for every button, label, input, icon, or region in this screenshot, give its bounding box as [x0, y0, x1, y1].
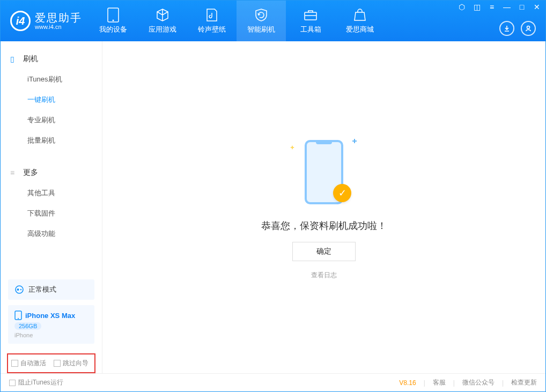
menu-icon[interactable]: ≡: [488, 3, 496, 11]
lock-icon[interactable]: ◫: [473, 3, 481, 11]
nav-store[interactable]: 爱思商城: [335, 1, 385, 41]
device-capacity: 256GB: [14, 322, 41, 330]
app-url: www.i4.cn: [35, 24, 82, 30]
option-label: 阻止iTunes运行: [18, 378, 63, 387]
option-auto-activate[interactable]: 自动激活: [11, 359, 46, 368]
nav-label: 应用游戏: [149, 25, 176, 34]
nav-label: 工具箱: [300, 25, 321, 34]
svg-point-4: [16, 286, 23, 293]
mode-icon: [14, 285, 24, 294]
minimize-button[interactable]: —: [503, 3, 511, 11]
sidebar: ▯ 刷机 iTunes刷机 一键刷机 专业刷机 批量刷机 ≡ 更多 其他工具 下…: [1, 41, 102, 373]
sidebar-item-batch-flash[interactable]: 批量刷机: [1, 130, 102, 151]
download-button[interactable]: [499, 21, 514, 36]
body: ▯ 刷机 iTunes刷机 一键刷机 专业刷机 批量刷机 ≡ 更多 其他工具 下…: [1, 41, 545, 373]
toolbox-icon: [303, 8, 318, 23]
sidebar-item-pro-flash[interactable]: 专业刷机: [1, 110, 102, 130]
nav-toolbox[interactable]: 工具箱: [286, 1, 335, 41]
app-name: 爱思助手: [35, 12, 82, 24]
music-file-icon: [204, 8, 219, 23]
device-icon: [106, 8, 121, 23]
header-actions: [499, 21, 536, 36]
sidebar-heading-label: 更多: [23, 168, 38, 177]
svg-rect-2: [305, 12, 316, 20]
success-message: 恭喜您，保资料刷机成功啦！: [261, 219, 387, 232]
sidebar-item-itunes-flash[interactable]: iTunes刷机: [1, 69, 102, 90]
svg-point-8: [18, 318, 19, 319]
bag-icon: [352, 8, 367, 23]
shirt-icon[interactable]: ⬡: [458, 3, 466, 11]
device-info[interactable]: iPhone XS Max 256GB iPhone: [8, 305, 94, 344]
svg-point-1: [113, 20, 114, 21]
sidebar-heading: ▯ 刷机: [1, 51, 102, 67]
block-itunes-option[interactable]: 阻止iTunes运行: [9, 378, 63, 387]
logo-icon: i4: [10, 11, 31, 31]
svg-point-3: [527, 26, 530, 29]
option-label: 跳过向导: [63, 359, 88, 368]
app-window: i4 爱思助手 www.i4.cn 我的设备 应用游戏 铃声壁纸 智能刷机: [0, 0, 546, 392]
sidebar-item-other-tools[interactable]: 其他工具: [1, 183, 102, 203]
nav-label: 智能刷机: [247, 25, 275, 34]
close-button[interactable]: ✕: [533, 3, 541, 11]
nav-flash[interactable]: 智能刷机: [237, 1, 286, 41]
svg-point-6: [20, 289, 21, 290]
maximize-button[interactable]: □: [518, 3, 526, 11]
ok-button[interactable]: 确定: [292, 242, 356, 261]
wechat-link[interactable]: 微信公众号: [462, 378, 495, 387]
logo: i4 爱思助手 www.i4.cn: [1, 11, 88, 31]
checkbox-icon: [9, 380, 16, 386]
nav-label: 爱思商城: [346, 25, 374, 34]
status-bar: 阻止iTunes运行 V8.16 | 客服 | 微信公众号 | 检查更新: [1, 373, 545, 391]
option-label: 自动激活: [20, 359, 46, 368]
sparkle-icon: [352, 139, 357, 143]
sparkle-icon: [291, 146, 294, 149]
refresh-shield-icon: [254, 8, 269, 23]
list-icon: ≡: [10, 168, 19, 177]
sidebar-item-oneclick-flash[interactable]: 一键刷机: [1, 90, 102, 110]
checkbox-icon: [54, 360, 61, 367]
main-nav: 我的设备 应用游戏 铃声壁纸 智能刷机 工具箱 爱思商城: [88, 1, 385, 41]
nav-label: 铃声壁纸: [198, 25, 226, 34]
version-label: V8.16: [399, 379, 416, 387]
nav-my-device[interactable]: 我的设备: [88, 1, 138, 41]
option-skip-guide[interactable]: 跳过向导: [54, 359, 88, 368]
sidebar-section-flash: ▯ 刷机 iTunes刷机 一键刷机 专业刷机 批量刷机: [1, 41, 102, 155]
nav-ringtones[interactable]: 铃声壁纸: [187, 1, 237, 41]
check-badge-icon: ✓: [333, 184, 351, 202]
nav-apps-games[interactable]: 应用游戏: [138, 1, 187, 41]
support-link[interactable]: 客服: [433, 378, 446, 387]
flash-options: 自动激活 跳过向导: [7, 353, 95, 373]
sidebar-item-download-firmware[interactable]: 下载固件: [1, 203, 102, 224]
nav-label: 我的设备: [99, 25, 127, 34]
sidebar-heading: ≡ 更多: [1, 165, 102, 181]
device-icon: [14, 310, 22, 320]
window-controls: ⬡ ◫ ≡ — □ ✕: [458, 3, 541, 11]
success-panel: ✓ 恭喜您，保资料刷机成功啦！ 确定 查看日志: [261, 135, 387, 280]
user-button[interactable]: [521, 21, 536, 36]
sidebar-heading-label: 刷机: [23, 54, 38, 64]
view-log-link[interactable]: 查看日志: [311, 271, 337, 280]
titlebar: i4 爱思助手 www.i4.cn 我的设备 应用游戏 铃声壁纸 智能刷机: [1, 1, 545, 41]
device-type: iPhone: [14, 332, 33, 338]
device-name: iPhone XS Max: [25, 312, 75, 320]
main-content: ✓ 恭喜您，保资料刷机成功啦！ 确定 查看日志: [102, 41, 545, 373]
checkbox-icon: [11, 360, 18, 367]
mode-status[interactable]: 正常模式: [8, 279, 94, 300]
success-illustration: ✓: [289, 135, 359, 210]
sidebar-section-more: ≡ 更多 其他工具 下载固件 高级功能: [1, 155, 102, 248]
phone-icon: ▯: [10, 55, 19, 63]
mode-label: 正常模式: [28, 285, 56, 294]
check-update-link[interactable]: 检查更新: [511, 378, 537, 387]
cube-icon: [155, 8, 170, 23]
sidebar-item-advanced[interactable]: 高级功能: [1, 224, 102, 244]
svg-point-5: [17, 289, 19, 291]
